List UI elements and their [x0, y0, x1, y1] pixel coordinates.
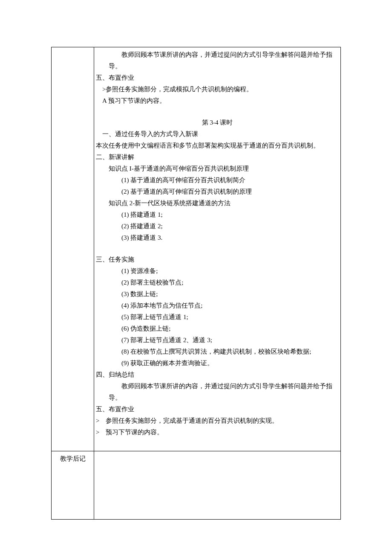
- task-4: (4) 添加本地节点为信任节点;: [96, 300, 339, 311]
- content-row: 教师回顾本节课所讲的内容，并通过提问的方式引导学生解答问题并给予指导。 五、布置…: [52, 47, 341, 451]
- task-1: (1) 资源准备;: [96, 265, 339, 277]
- section-1-body: 本次任务使用中文编程语言和多节点部署架构实现基于通道的百分百共识机制。: [96, 142, 320, 149]
- kp1-item-2: (2) 基于通道的高可伸缩百分百共识机制的原理: [96, 186, 339, 198]
- period-title: 第 3-4 课时: [96, 117, 339, 128]
- kp1-item-1: (1) 基于通道的高可伸缩百分百共识机制简介: [96, 174, 339, 186]
- section-3-heading: 三、任务实施: [96, 256, 134, 263]
- section-4-heading: 四、归纳总结: [96, 371, 134, 378]
- hw-item-1a: >参照任务实施部分，完成模拟几个共识机制的编程。: [96, 84, 339, 95]
- lesson-table: 教师回顾本节课所讲的内容，并通过提问的方式引导学生解答问题并给予指导。 五、布置…: [51, 47, 341, 520]
- kp2-item-2: (2) 搭建通道 2;: [96, 221, 339, 232]
- section-1-heading: 一、通过任务导入的方式导入新课: [96, 128, 339, 140]
- task-7: (7) 部署上链节点通道 2、通道 3;: [96, 334, 339, 346]
- task-9: (9) 获取正确的账本并查询验证。: [96, 357, 339, 369]
- task-6: (6) 伪造数据上链;: [96, 323, 339, 334]
- content-main-cell: 教师回顾本节课所讲的内容，并通过提问的方式引导学生解答问题并给予指导。 五、布置…: [94, 47, 341, 451]
- task-5: (5) 部署上链节点通道 1;: [96, 311, 339, 323]
- section-5b-heading: 五、布置作业: [96, 406, 134, 413]
- hw-item-2a: A 预习下节课的内容。: [96, 95, 339, 107]
- section-2-heading: 二、新课讲解: [96, 154, 134, 160]
- kp1-title: 知识点 I-基于通道的高可伸缩百分百共识机制原理: [96, 163, 339, 174]
- page: 教师回顾本节课所讲的内容，并通过提问的方式引导学生解答问题并给予指导。 五、布置…: [0, 0, 392, 555]
- section-4-body: 教师回顾本节课所讲的内容，并通过提问的方式引导学生解答问题并给予指导。: [96, 381, 339, 404]
- notes-label-cell: 教学后记: [52, 451, 94, 520]
- task-8: (8) 在校验节点上撰写共识算法，构建共识机制，校验区块哈希数据;: [96, 346, 339, 357]
- notes-content-cell: [94, 451, 341, 520]
- task-3: (3) 数据上链;: [96, 288, 339, 300]
- hw-item-1b: > 参照任务实施部分，完成基于通道的百分百共识机制的实现。: [96, 417, 278, 424]
- content-side-cell: [52, 47, 94, 451]
- kp2-item-1: (1) 搭建通道 1;: [96, 209, 339, 221]
- kp2-title: 知识点 2-新一代区块链系统搭建通道的方法: [96, 198, 339, 209]
- review-paragraph: 教师回顾本节课所讲的内容，并通过提问的方式引导学生解答问题并给予指导。: [96, 49, 339, 72]
- kp2-item-3: (3) 搭建通道 3.: [96, 232, 339, 244]
- task-2: (2) 部署主链校验节点;: [96, 277, 339, 288]
- section-5a-heading: 五、布置作业: [96, 74, 134, 81]
- notes-row: 教学后记: [52, 451, 341, 520]
- hw-item-2b: > 预习下节课的内容。: [96, 429, 163, 436]
